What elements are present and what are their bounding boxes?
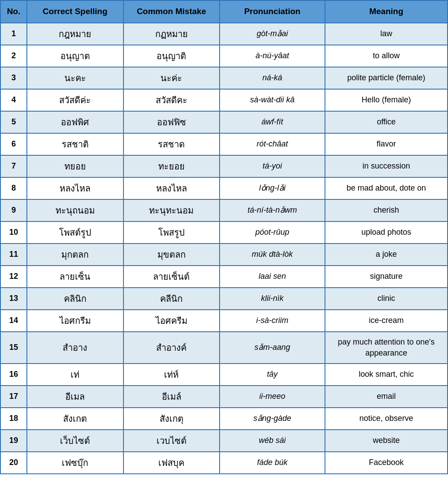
cell-common-mistake: รสชาด bbox=[123, 133, 220, 155]
cell-no: 1 bbox=[0, 23, 27, 45]
table-row: 19เว็บไซต์เวบไซต์wéb sáiwebsite bbox=[0, 430, 448, 452]
cell-no: 9 bbox=[0, 199, 27, 221]
header-pronunciation: Pronunciation bbox=[220, 0, 325, 23]
cell-meaning: in succession bbox=[325, 155, 448, 177]
cell-correct-spelling: ทยอย bbox=[27, 155, 123, 177]
cell-correct-spelling: รสชาติ bbox=[27, 133, 123, 155]
table-row: 5ออฟพิศออฟฟิซáwf-fítoffice bbox=[0, 111, 448, 133]
cell-common-mistake: ออฟฟิซ bbox=[123, 111, 220, 133]
cell-common-mistake: อนุญาติ bbox=[123, 45, 220, 67]
cell-correct-spelling: โพสต์รูป bbox=[27, 221, 123, 244]
table-header-row: No. Correct Spelling Common Mistake Pron… bbox=[0, 0, 448, 23]
cell-pronunciation: tá-ní-tà-nǎwm bbox=[220, 199, 325, 221]
cell-common-mistake: สวัสดีคะ bbox=[123, 89, 220, 111]
cell-no: 19 bbox=[0, 430, 27, 452]
cell-meaning: a joke bbox=[325, 244, 448, 266]
cell-correct-spelling: เฟซบุ๊ก bbox=[27, 452, 123, 474]
cell-pronunciation: tá-yoi bbox=[220, 155, 325, 177]
cell-correct-spelling: คลินิก bbox=[27, 288, 123, 310]
cell-pronunciation: rót-châat bbox=[220, 133, 325, 155]
cell-no: 12 bbox=[0, 266, 27, 288]
cell-common-mistake: อีเมล์ bbox=[123, 386, 220, 408]
cell-pronunciation: múk dtà-lòk bbox=[220, 244, 325, 266]
cell-correct-spelling: ออฟพิศ bbox=[27, 111, 123, 133]
cell-meaning: flavor bbox=[325, 133, 448, 155]
cell-pronunciation: wéb sái bbox=[220, 430, 325, 452]
cell-meaning: polite particle (female) bbox=[325, 67, 448, 89]
cell-meaning: clinic bbox=[325, 288, 448, 310]
cell-common-mistake: เฟสบุค bbox=[123, 452, 220, 474]
cell-common-mistake: นะค่ะ bbox=[123, 67, 220, 89]
table-row: 3นะคะนะค่ะná-kápolite particle (female) bbox=[0, 67, 448, 89]
table-row: 14ไอศกรีมไอศครีมi-sà-criimice-cream bbox=[0, 310, 448, 332]
cell-meaning: office bbox=[325, 111, 448, 133]
cell-correct-spelling: สังเกต bbox=[27, 408, 123, 430]
cell-meaning: pay much attention to one's appearance bbox=[325, 332, 448, 364]
table-row: 17อีเมลอีเมล์ii-meeoemail bbox=[0, 386, 448, 408]
cell-pronunciation: póot-rûup bbox=[220, 221, 325, 244]
cell-common-mistake: สังเกตุ bbox=[123, 408, 220, 430]
cell-pronunciation: fáde búk bbox=[220, 452, 325, 474]
cell-pronunciation: ná-ká bbox=[220, 67, 325, 89]
cell-meaning: cherish bbox=[325, 199, 448, 221]
table-row: 12ลายเซ็นลายเซ็นต์laai sensignature bbox=[0, 266, 448, 288]
table-row: 20เฟซบุ๊กเฟสบุคfáde búkFacebook bbox=[0, 452, 448, 474]
cell-correct-spelling: อีเมล bbox=[27, 386, 123, 408]
cell-common-mistake: ทะนุทะนอม bbox=[123, 199, 220, 221]
cell-meaning: notice, observe bbox=[325, 408, 448, 430]
cell-correct-spelling: มุกตลก bbox=[27, 244, 123, 266]
header-correct-spelling: Correct Spelling bbox=[27, 0, 123, 23]
cell-correct-spelling: หลงไหล bbox=[27, 177, 123, 199]
cell-no: 20 bbox=[0, 452, 27, 474]
cell-correct-spelling: สำอาง bbox=[27, 332, 123, 364]
cell-no: 6 bbox=[0, 133, 27, 155]
table-row: 11มุกตลกมุขตลกmúk dtà-lòka joke bbox=[0, 244, 448, 266]
cell-common-mistake: คลีนิก bbox=[123, 288, 220, 310]
cell-meaning: look smart, chic bbox=[325, 364, 448, 386]
cell-correct-spelling: เท่ bbox=[27, 364, 123, 386]
table-row: 9ทะนุถนอมทะนุทะนอมtá-ní-tà-nǎwmcherish bbox=[0, 199, 448, 221]
cell-no: 7 bbox=[0, 155, 27, 177]
cell-no: 14 bbox=[0, 310, 27, 332]
cell-meaning: signature bbox=[325, 266, 448, 288]
cell-no: 16 bbox=[0, 364, 27, 386]
cell-meaning: to allow bbox=[325, 45, 448, 67]
cell-common-mistake: ลายเซ็นต์ bbox=[123, 266, 220, 288]
table-row: 8หลงไหลหลงไหลlǒng-lǎibe mad about, dote … bbox=[0, 177, 448, 199]
cell-correct-spelling: ลายเซ็น bbox=[27, 266, 123, 288]
cell-meaning: law bbox=[325, 23, 448, 45]
table-row: 4สวัสดีค่ะสวัสดีคะsà-wàt-dii kâHello (fe… bbox=[0, 89, 448, 111]
cell-pronunciation: lǒng-lǎi bbox=[220, 177, 325, 199]
cell-common-mistake: กฏหมาย bbox=[123, 23, 220, 45]
cell-no: 2 bbox=[0, 45, 27, 67]
table-row: 16เท่เท่ห์tâylook smart, chic bbox=[0, 364, 448, 386]
cell-common-mistake: ไอศครีม bbox=[123, 310, 220, 332]
cell-no: 15 bbox=[0, 332, 27, 364]
table-row: 18สังเกตสังเกตุsǎng-gàdenotice, observe bbox=[0, 408, 448, 430]
table-row: 1กฎหมายกฏหมายgòt-mǎailaw bbox=[0, 23, 448, 45]
cell-correct-spelling: กฎหมาย bbox=[27, 23, 123, 45]
cell-pronunciation: ii-meeo bbox=[220, 386, 325, 408]
cell-no: 10 bbox=[0, 221, 27, 244]
cell-pronunciation: sǎm-aang bbox=[220, 332, 325, 364]
cell-no: 11 bbox=[0, 244, 27, 266]
cell-no: 8 bbox=[0, 177, 27, 199]
cell-meaning: website bbox=[325, 430, 448, 452]
cell-meaning: Facebook bbox=[325, 452, 448, 474]
cell-common-mistake: สำอางค์ bbox=[123, 332, 220, 364]
cell-pronunciation: gòt-mǎai bbox=[220, 23, 325, 45]
cell-no: 18 bbox=[0, 408, 27, 430]
cell-meaning: email bbox=[325, 386, 448, 408]
cell-pronunciation: áwf-fít bbox=[220, 111, 325, 133]
header-no: No. bbox=[0, 0, 27, 23]
table-row: 13คลินิกคลีนิกklii-nìkclinic bbox=[0, 288, 448, 310]
table-row: 2อนุญาตอนุญาติà-nú-yâatto allow bbox=[0, 45, 448, 67]
header-meaning: Meaning bbox=[325, 0, 448, 23]
cell-meaning: ice-cream bbox=[325, 310, 448, 332]
table-row: 10โพสต์รูปโพสรูปpóot-rûupupload photos bbox=[0, 221, 448, 244]
cell-meaning: Hello (female) bbox=[325, 89, 448, 111]
cell-pronunciation: tây bbox=[220, 364, 325, 386]
cell-correct-spelling: นะคะ bbox=[27, 67, 123, 89]
cell-no: 4 bbox=[0, 89, 27, 111]
header-common-mistake: Common Mistake bbox=[123, 0, 220, 23]
